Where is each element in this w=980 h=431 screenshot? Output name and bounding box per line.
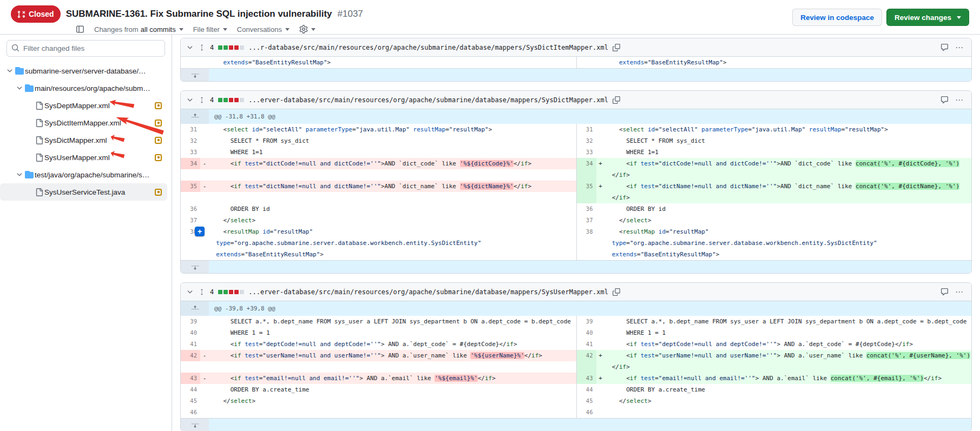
line-number[interactable] [181, 192, 200, 203]
line-number[interactable] [577, 249, 596, 260]
code-line: <if test="userName!=null and userName!='… [209, 350, 576, 361]
line-number[interactable] [181, 361, 200, 373]
line-number[interactable]: 41 [577, 339, 596, 350]
line-number[interactable]: 34 [577, 158, 596, 169]
comment-icon[interactable] [940, 43, 949, 51]
copy-path-icon[interactable] [613, 96, 620, 104]
line-number[interactable]: 45 [181, 395, 200, 407]
diff-sign: + [596, 350, 605, 361]
line-number[interactable] [577, 361, 596, 373]
line-number[interactable]: 41 [181, 339, 200, 350]
line-number[interactable]: 35 [181, 181, 200, 192]
line-number[interactable]: 46 [577, 407, 596, 418]
line-number[interactable]: 39 [181, 316, 200, 327]
tree-file-sysdictmapper-xml[interactable]: SysDictMapper.xml [0, 131, 167, 149]
line-number[interactable]: 42 [577, 350, 596, 361]
line-number[interactable] [577, 57, 596, 68]
line-number[interactable]: 39 [577, 316, 596, 327]
diff-code-row: 40 WHERE 1 = 140 WHERE 1 = 1 [181, 327, 971, 339]
line-number[interactable]: 33 [181, 147, 200, 158]
chevron-down-icon[interactable] [15, 84, 24, 92]
conversations-dropdown[interactable]: Conversations [237, 25, 290, 34]
diff-stat-blocks [218, 290, 244, 294]
expand-down-button[interactable] [181, 419, 209, 431]
chevron-down-icon[interactable] [5, 67, 14, 75]
line-number[interactable]: 44 [181, 384, 200, 395]
diff-content-area: 4...r-database/src/main/resources/org/ap… [172, 35, 980, 431]
tree-file-sysdeptmapper-xml[interactable]: SysDeptMapper.xml [0, 97, 167, 114]
drag-grabber-icon[interactable] [198, 288, 206, 296]
line-number[interactable] [181, 249, 200, 260]
line-number[interactable]: 46 [181, 407, 200, 418]
tree-folder-main-resources-org-apache-subm-[interactable]: main/resources/org/apache/subm… [0, 79, 167, 97]
line-number[interactable]: 36 [577, 203, 596, 215]
copy-path-icon[interactable] [613, 44, 620, 51]
review-in-codespace-button[interactable]: Review in codespace [792, 9, 882, 26]
file-filter-dropdown[interactable]: File filter [193, 25, 227, 34]
line-number[interactable] [577, 169, 596, 181]
line-number[interactable]: 32 [181, 135, 200, 147]
line-number[interactable] [577, 237, 596, 249]
drag-grabber-icon[interactable] [198, 96, 206, 104]
folder-icon [24, 84, 35, 92]
collapse-diff-chevron-icon[interactable] [186, 44, 194, 51]
code-line: </select> [209, 215, 576, 226]
line-number[interactable]: 34 [181, 158, 200, 169]
line-number[interactable] [181, 169, 200, 181]
diff-code-row: </if> [181, 192, 971, 203]
changes-from-dropdown[interactable]: Changes from all commits [94, 25, 183, 34]
line-number[interactable]: 43 [181, 373, 200, 384]
tree-file-sysdictitemmapper-xml[interactable]: SysDictItemMapper.xml [0, 114, 167, 131]
file-filter-input[interactable] [6, 40, 165, 57]
sidebar-toggle-button[interactable] [76, 25, 84, 34]
review-changes-button[interactable]: Review changes [886, 9, 969, 26]
diff-file-path[interactable]: ...r-database/src/main/resources/org/apa… [248, 44, 608, 51]
comment-icon[interactable] [940, 96, 949, 104]
kebab-menu-icon[interactable]: ⋯ [953, 287, 966, 297]
collapse-diff-chevron-icon[interactable] [186, 288, 194, 296]
line-number[interactable]: 31 [577, 124, 596, 135]
line-number[interactable]: 31 [181, 124, 200, 135]
line-number[interactable]: 35 [577, 181, 596, 192]
line-number[interactable]: 36 [181, 203, 200, 215]
drag-grabber-icon[interactable] [198, 44, 206, 51]
collapse-diff-chevron-icon[interactable] [186, 96, 194, 104]
chevron-down-icon[interactable] [15, 171, 24, 178]
diff-code-row: 44 ORDER BY a.create_time44 ORDER BY a.c… [181, 384, 971, 395]
kebab-menu-icon[interactable]: ⋯ [953, 43, 966, 52]
code-line: ORDER BY a.create_time [209, 384, 576, 395]
line-number[interactable]: 33 [577, 147, 596, 158]
copy-path-icon[interactable] [613, 288, 620, 296]
tree-file-sysuserservicetest-java[interactable]: SysUserServiceTest.java [0, 183, 167, 201]
status-badge: Closed [11, 5, 61, 23]
expand-down-button[interactable] [181, 261, 209, 273]
tree-file-sysusermapper-xml[interactable]: SysUserMapper.xml [0, 149, 167, 166]
diff-file-path[interactable]: ...erver-database/src/main/resources/org… [248, 288, 608, 296]
line-number[interactable] [181, 237, 200, 249]
tree-folder-test-java-org-apache-submarine-s-[interactable]: test/java/org/apache/submarine/s… [0, 166, 167, 183]
expand-up-button[interactable] [181, 109, 209, 124]
line-number[interactable]: 43 [577, 373, 596, 384]
line-number[interactable]: 40 [577, 327, 596, 339]
line-number[interactable]: 42 [181, 350, 200, 361]
line-number[interactable] [577, 192, 596, 203]
line-number[interactable] [181, 57, 200, 68]
comment-icon[interactable] [940, 288, 949, 296]
diff-file-path[interactable]: ...erver-database/src/main/resources/org… [248, 96, 608, 104]
line-number[interactable]: 37 [577, 215, 596, 226]
line-number[interactable]: 32 [577, 135, 596, 147]
line-number[interactable]: 38 [577, 226, 596, 237]
add-comment-plus-button[interactable]: + [195, 227, 205, 236]
diff-settings-dropdown[interactable] [299, 25, 315, 34]
expand-down-button[interactable] [181, 69, 209, 81]
line-number[interactable]: 44 [577, 384, 596, 395]
expand-up-button[interactable] [181, 301, 209, 316]
line-number[interactable]: 45 [577, 395, 596, 407]
line-number[interactable]: 37 [181, 215, 200, 226]
line-number[interactable]: 40 [181, 327, 200, 339]
kebab-menu-icon[interactable]: ⋯ [953, 95, 966, 105]
tree-item-label: SysDeptMapper.xml [44, 102, 152, 110]
folder-icon [24, 170, 35, 179]
tree-folder-submarine-server-server-database-[interactable]: submarine-server/server-database/… [0, 62, 167, 79]
code-line: <if test="dictName!=null and dictName!='… [605, 181, 972, 192]
